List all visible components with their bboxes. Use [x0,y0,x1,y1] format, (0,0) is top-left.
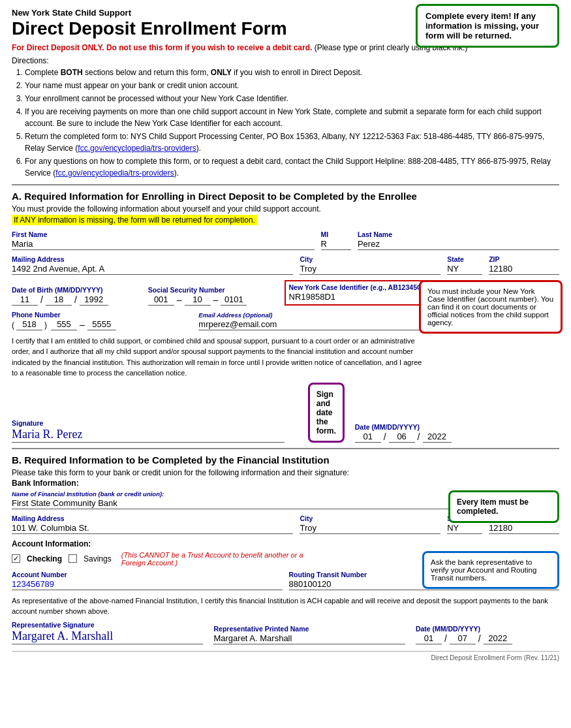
address-row: Mailing Address 1492 2nd Avenue, Apt. A … [12,255,559,275]
slash-3: / [383,432,387,442]
direction-6: For any questions on how to complete thi… [25,155,559,179]
dash-phone: – [79,319,85,330]
checking-checkbox[interactable]: ✓ [12,554,20,563]
first-name-group: First Name Maria [12,230,315,250]
sig-value: Maria R. Perez [12,428,285,443]
checkbox-row: ✓ Checking Savings (This CANNOT be a Tru… [12,551,559,567]
link-trs[interactable]: fcc.gov/encyclopedia/trs-providers [78,144,196,153]
mi-group: MI R [321,230,351,250]
city-value: Troy [300,264,440,275]
fin-inst-row: Name of Financial Institution (bank or c… [12,490,559,509]
dash-2: – [213,294,219,305]
divider-2 [12,448,559,449]
dob-mm: 11 [12,294,38,306]
first-name-label: First Name [12,230,315,238]
bank-mailing-value: 101 W. Columbia St. [12,523,293,534]
ssn-fields: 001 – 10 – 0101 [148,294,278,306]
bank-city-label: City [300,514,440,522]
slash-6: / [478,633,482,644]
name-row: First Name Maria MI R Last Name Perez [12,230,559,250]
state-group: State NY [447,255,482,275]
zip-group: ZIP 12180 [489,255,559,275]
sig-label: Signature [12,419,285,427]
dash-1: – [176,294,183,305]
dob-ssn-row: Date of Birth (MM/DD/YYYY) 11 / 18 / 199… [12,280,559,306]
first-name-value: Maria [12,239,315,250]
section-b-subtext: Please take this form to your bank or cr… [12,468,559,477]
rep-printed-value: Margaret A. Marshall [213,633,405,644]
signature-row: Signature Maria R. Perez Sign and date t… [12,383,559,443]
mailing-address-label: Mailing Address [12,255,293,263]
phone-label: Phone Number [12,311,192,319]
ssn-3: 0101 [221,294,247,306]
ssn-group: Social Security Number 001 – 10 – 0101 [148,286,278,306]
last-name-label: Last Name [358,230,559,238]
dob-fields: 11 / 18 / 1992 [12,294,142,306]
rep-printed-label: Representative Printed Name [213,625,405,633]
rep-cert-text: As representative of the above-named Fin… [12,595,559,617]
state-value: NY [447,264,482,275]
direction-2: Your name must appear on your bank or cr… [25,80,559,91]
sig-date-label: Date (MM/DD/YYYY) [355,423,559,431]
sig-group: Signature Maria R. Perez [12,419,285,443]
slash-1: / [40,294,44,305]
callout-routing: Ask the bank representative to verify yo… [422,551,559,589]
rep-sig-row: Representative Signature Margaret A. Mar… [12,621,559,644]
savings-checkbox[interactable] [69,554,77,563]
zip-value: 12180 [489,264,559,275]
rep-sig-group: Representative Signature Margaret A. Mar… [12,621,203,644]
footer: Direct Deposit Enrollment Form (Rev. 11/… [12,651,559,661]
rep-date-dd: 07 [450,633,476,644]
dob-dd: 18 [46,294,72,306]
dob-yyyy: 1992 [80,294,108,306]
link-trs2[interactable]: fcc.gov/encyclopedia/trs-providers [55,168,174,178]
bank-mailing-group: Mailing Address 101 W. Columbia St. [12,514,293,534]
divider-1 [12,184,559,185]
ssn-label: Social Security Number [148,286,278,294]
phone-fields: ( 518 ) 555 – 5555 [12,319,192,330]
state-label: State [447,255,482,263]
slash-2: / [74,294,78,305]
phone-open-paren: ( [12,321,14,330]
directions-label: Directions: [12,56,559,65]
section-b: B. Required Information to be Completed … [12,454,559,644]
directions-section: Directions: Complete BOTH sections below… [12,56,559,179]
cannot-text: (This CANNOT be a Trust Account to benef… [121,551,317,567]
acct-number-group: Account Number 123456789 [12,571,283,590]
city-group: City Troy [300,255,440,275]
direction-1: Complete BOTH sections below and return … [25,67,559,78]
callout-case-id: You must include your New York Case Iden… [419,280,563,334]
bank-info-label: Bank Information: [12,479,559,488]
phone-mid: 555 [51,319,77,330]
phone-group: Phone Number ( 518 ) 555 – 5555 [12,311,192,330]
cert-text: I certify that I am entitled to child su… [12,336,429,379]
rep-printed-group: Representative Printed Name Margaret A. … [213,625,405,644]
rep-date-group: Date (MM/DD/YYYY) 01 / 07 / 2022 [416,625,559,644]
sig-date-dd: 06 [389,432,415,443]
direction-3: Your enrollment cannot be processed with… [25,93,559,104]
rep-sig-value: Margaret A. Marshall [12,629,203,644]
section-a-warning: If ANY information is missing, the form … [12,215,257,225]
section-a: A. Required Information for Enrolling in… [12,191,559,443]
savings-label: Savings [84,554,112,563]
mi-label: MI [321,230,351,238]
checking-label: Checking [27,554,62,563]
sig-date-yyyy: 2022 [423,432,452,443]
section-b-header: B. Required Information to be Completed … [12,454,559,466]
rep-sig-label: Representative Signature [12,621,203,629]
slash-5: / [444,633,448,644]
mailing-address-group: Mailing Address 1492 2nd Avenue, Apt. A [12,255,293,275]
sig-date-group: Date (MM/DD/YYYY) 01 / 06 / 2022 [355,423,559,443]
rep-date-fields: 01 / 07 / 2022 [416,633,559,644]
callout-sign: Sign and date the form. [308,383,345,443]
bank-state-value: NY [447,523,482,534]
bank-city-value: Troy [300,523,440,534]
last-name-value: Perez [358,239,559,250]
directions-list: Complete BOTH sections below and return … [25,67,559,179]
footer-text: Direct Deposit Enrollment Form (Rev. 11/… [431,654,559,661]
city-label: City [300,255,440,263]
acct-info-label: Account Information: [12,539,559,548]
zip-label: ZIP [489,255,559,263]
slash-4: / [417,432,421,442]
last-name-group: Last Name Perez [358,230,559,250]
